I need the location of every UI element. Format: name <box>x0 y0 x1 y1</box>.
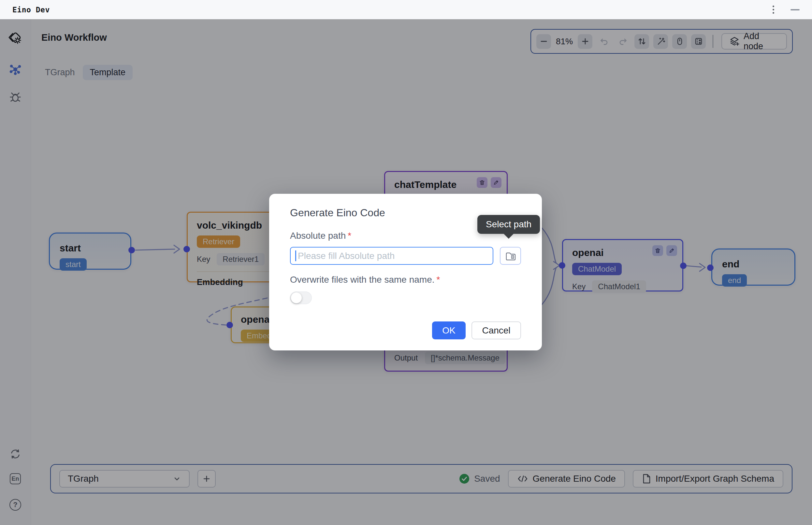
required-marker: * <box>348 230 351 241</box>
required-marker: * <box>437 274 440 285</box>
select-path-tooltip: Select path <box>477 215 540 234</box>
toggle-knob <box>291 292 302 303</box>
folder-icon <box>505 251 516 261</box>
window-titlebar: Eino Dev <box>0 0 812 19</box>
menu-kebab-icon[interactable] <box>771 4 776 16</box>
window-title: Eino Dev <box>12 5 50 14</box>
select-path-button[interactable] <box>500 247 521 265</box>
minimize-button[interactable] <box>791 9 800 11</box>
text-caret <box>295 251 296 261</box>
ok-button[interactable]: OK <box>432 321 466 339</box>
app-canvas-area: En ? Eino Workflow 81% <box>0 19 812 525</box>
absolute-path-input[interactable] <box>290 247 493 265</box>
cancel-button[interactable]: Cancel <box>472 321 521 339</box>
overwrite-toggle[interactable] <box>290 291 312 304</box>
overwrite-label: Overwrite files with the same name.* <box>290 274 521 285</box>
